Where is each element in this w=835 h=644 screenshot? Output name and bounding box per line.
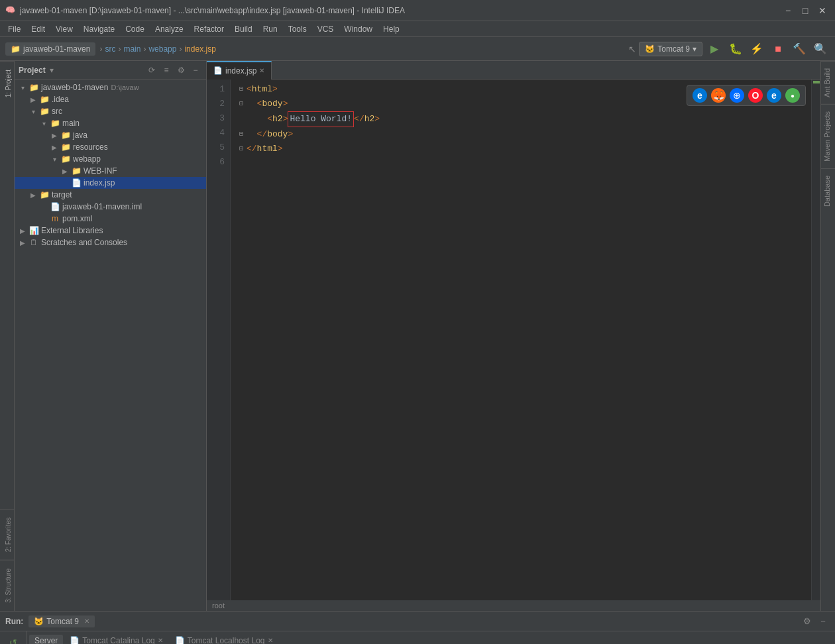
- run-button[interactable]: ▶: [705, 40, 724, 58]
- editor-tab-indexjsp[interactable]: 📄 index.jsp ✕: [207, 61, 272, 80]
- menu-item-tools[interactable]: Tools: [283, 23, 312, 35]
- chrome-browser-button[interactable]: ●: [785, 88, 800, 103]
- coverage-button[interactable]: ⚡: [748, 40, 766, 58]
- edge-browser-button[interactable]: e: [767, 88, 781, 103]
- tree-item-project-root[interactable]: ▾ 📁 javaweb-01-maven D:\javaw: [15, 81, 206, 93]
- code-line-4: ⊟ </body>: [236, 127, 806, 142]
- fold-icon-2[interactable]: ⊟: [236, 97, 247, 111]
- breadcrumb-file[interactable]: index.jsp: [184, 44, 215, 54]
- breadcrumb-webapp[interactable]: webapp: [148, 44, 176, 54]
- catalina-tab-close[interactable]: ✕: [158, 637, 163, 644]
- menu-item-code[interactable]: Code: [120, 23, 150, 35]
- tomcat-run-config-button[interactable]: 🐱 Tomcat 9 ▾: [639, 42, 702, 56]
- browser-icons-bar: e 🦊 ⊕ O e ●: [687, 85, 806, 106]
- menu-item-run[interactable]: Run: [258, 23, 283, 35]
- fold-icon-4[interactable]: ⊟: [236, 127, 247, 142]
- sidebar-tools: ⟳ ≡ ⚙ −: [145, 64, 202, 77]
- minimize-button[interactable]: −: [781, 3, 795, 18]
- settings-button[interactable]: ⚙: [174, 64, 188, 77]
- fold-icon-5[interactable]: ⊟: [236, 142, 247, 156]
- main-folder-icon: 📁: [49, 118, 61, 129]
- server-tab-server[interactable]: Server: [29, 635, 63, 645]
- tree-item-scratches[interactable]: ▶ 🗒 Scratches and Consoles: [15, 237, 206, 248]
- debug-button[interactable]: 🐛: [726, 40, 745, 58]
- build-button[interactable]: 🔨: [790, 40, 808, 58]
- menu-item-navigate[interactable]: Navigate: [78, 23, 120, 35]
- search-everywhere-button[interactable]: 🔍: [811, 40, 830, 58]
- menu-item-file[interactable]: File: [3, 23, 26, 35]
- scratches-label: Scratches and Consoles: [41, 238, 127, 247]
- sync-button[interactable]: ⟳: [145, 64, 158, 77]
- tree-item-webinf[interactable]: ▶ 📁 WEB-INF: [15, 165, 206, 177]
- tree-item-pomxml[interactable]: m pom.xml: [15, 213, 206, 225]
- vtab-favorites[interactable]: 2: Favorites: [0, 509, 14, 560]
- menu-item-build[interactable]: Build: [229, 23, 258, 35]
- breadcrumb-sep-1: ›: [99, 44, 102, 54]
- tree-item-extlibs[interactable]: ▶ 📊 External Libraries: [15, 225, 206, 237]
- cursor-icon: ↖: [628, 44, 636, 54]
- tab-label: index.jsp: [225, 66, 256, 76]
- collapse-all-button[interactable]: ≡: [160, 64, 173, 77]
- hide-button[interactable]: −: [189, 64, 202, 77]
- ie-browser-button[interactable]: e: [693, 88, 707, 103]
- close-button[interactable]: ✕: [815, 3, 830, 18]
- menu-item-window[interactable]: Window: [339, 23, 378, 35]
- menu-item-view[interactable]: View: [50, 23, 78, 35]
- firefox-browser-button[interactable]: 🦊: [711, 88, 726, 103]
- breadcrumb-status: root: [212, 602, 225, 610]
- maven-projects-panel-tab[interactable]: Maven Projects: [821, 104, 835, 168]
- menu-item-analyze[interactable]: Analyze: [150, 23, 189, 35]
- menu-item-edit[interactable]: Edit: [26, 23, 50, 35]
- safari-browser-button[interactable]: ⊕: [730, 88, 744, 103]
- run-sidebar-tools: ↺ ⇄ ■ ⟳ ↑ ↓ 📌: [0, 631, 27, 644]
- tree-item-main[interactable]: ▾ 📁 main: [15, 117, 206, 129]
- tree-item-target[interactable]: ▶ 📁 target: [15, 189, 206, 201]
- minimize-panel-button[interactable]: −: [816, 615, 830, 628]
- tree-item-java[interactable]: ▶ 📁 java: [15, 129, 206, 141]
- breadcrumb-src[interactable]: src: [105, 44, 115, 54]
- editor-status-bar: root: [207, 600, 820, 611]
- ant-build-panel-tab[interactable]: Ant Build: [821, 61, 835, 104]
- sidebar-header-sep: ▾: [50, 66, 54, 75]
- menu-item-vcs[interactable]: VCS: [312, 23, 339, 35]
- bottom-panel: Run: 🐱 Tomcat 9 ✕ ⚙ − ↺ ⇄ ■ ⟳ ↑ ↓ 📌 S: [0, 611, 835, 644]
- pomxml-label: pom.xml: [62, 214, 92, 223]
- code-line-5: ⊟ </html>: [236, 142, 806, 156]
- code-editor[interactable]: 1 2 3 4 5 6 ⊟ <html> ⊟ <body>: [207, 80, 820, 600]
- tomcat-tab-close[interactable]: ✕: [84, 617, 89, 625]
- menu-item-refactor[interactable]: Refactor: [189, 23, 229, 35]
- tree-item-src[interactable]: ▾ 📁 src: [15, 105, 206, 117]
- vtab-structure[interactable]: 3: Structure: [0, 560, 14, 611]
- tree-item-indexjsp[interactable]: 📄 index.jsp: [15, 177, 206, 189]
- menu-item-help[interactable]: Help: [378, 23, 405, 35]
- settings-gear-button[interactable]: ⚙: [801, 615, 814, 628]
- project-root-label: javaweb-01-maven: [41, 83, 108, 92]
- tab-close-button[interactable]: ✕: [259, 67, 264, 74]
- tree-item-iml[interactable]: 📄 javaweb-01-maven.iml: [15, 201, 206, 213]
- maximize-button[interactable]: □: [798, 3, 812, 18]
- tab-file-icon: 📄: [213, 66, 223, 75]
- webinf-label: WEB-INF: [84, 166, 117, 176]
- tree-item-webapp[interactable]: ▾ 📁 webapp: [15, 153, 206, 165]
- stop-button[interactable]: ■: [769, 40, 787, 58]
- server-tab-localhost[interactable]: 📄 Tomcat Localhost Log ✕: [170, 635, 278, 645]
- code-content[interactable]: ⊟ <html> ⊟ <body> <h2>Hello World!</h2> …: [231, 80, 811, 600]
- tree-item-idea[interactable]: ▶ 📁 .idea: [15, 93, 206, 105]
- vtab-project[interactable]: 1: Project: [0, 61, 14, 105]
- fold-icon-1[interactable]: ⊟: [236, 82, 247, 97]
- rerun-button[interactable]: ↺: [5, 634, 22, 644]
- breadcrumb-main[interactable]: main: [123, 44, 140, 54]
- tomcat-run-tab[interactable]: 🐱 Tomcat 9 ✕: [28, 616, 95, 627]
- arrow-icon: ▾: [38, 120, 49, 127]
- bottom-panel-tools: ⚙ −: [801, 615, 830, 628]
- localhost-tab-close[interactable]: ✕: [268, 637, 273, 644]
- project-selector-button[interactable]: 📁 javaweb-01-maven: [5, 42, 95, 56]
- opera-browser-button[interactable]: O: [748, 88, 763, 103]
- server-tab-catalina[interactable]: 📄 Tomcat Catalina Log ✕: [64, 635, 168, 645]
- localhost-tab-icon: 📄: [175, 636, 185, 645]
- iml-file-icon: 📄: [49, 201, 61, 212]
- tree-item-resources[interactable]: ▶ 📁 resources: [15, 141, 206, 153]
- database-panel-tab[interactable]: Database: [821, 168, 835, 213]
- arrow-icon: ▶: [28, 191, 38, 199]
- app-icon: 🧠: [5, 5, 16, 16]
